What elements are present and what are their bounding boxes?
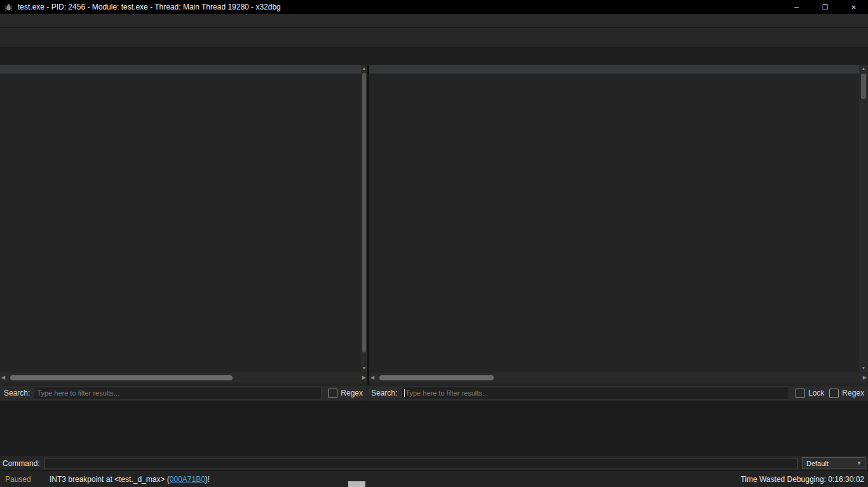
- profile-dropdown[interactable]: Default ▼: [802, 457, 865, 469]
- app-bug-icon: [4, 3, 13, 11]
- modules-vertical-scrollbar[interactable]: ▲ ▼: [361, 65, 367, 372]
- status-message-prefix: INT3 breakpoint at <test._d_max> (: [50, 475, 170, 484]
- symbols-search-section: Search: Type here to filter results... L…: [367, 385, 868, 401]
- symbols-vscroll-thumb[interactable]: [861, 74, 866, 99]
- symbols-lock-checkbox[interactable]: [796, 389, 805, 398]
- symbols-pane: ▲ ▼: [369, 65, 868, 372]
- window-title: test.exe - PID: 2456 - Module: test.exe …: [18, 3, 281, 11]
- status-grip: [348, 481, 365, 487]
- modules-pane: ▲ ▼: [0, 65, 367, 372]
- modules-search-label: Search:: [4, 389, 30, 397]
- search-row: Search: Type here to filter results... R…: [0, 385, 868, 401]
- symbols-search-label: Search:: [371, 389, 397, 397]
- scroll-right-icon[interactable]: ▶: [863, 373, 867, 382]
- command-label: Command:: [3, 459, 40, 468]
- symbols-table-body: [369, 74, 859, 372]
- window-controls: ─❐✕: [782, 0, 868, 14]
- modules-search-section: Search: Type here to filter results... R…: [0, 385, 367, 401]
- symbols-horizontal-scrollbar[interactable]: ◀ ▶: [369, 373, 868, 382]
- scroll-left-icon[interactable]: ◀: [370, 373, 374, 382]
- symbols-regex-label: Regex: [842, 389, 864, 397]
- maximize-button[interactable]: ❐: [811, 0, 839, 14]
- close-button[interactable]: ✕: [839, 0, 868, 14]
- modules-search-placeholder: Type here to filter results...: [37, 389, 119, 397]
- title-bar: test.exe - PID: 2456 - Module: test.exe …: [0, 0, 868, 14]
- modules-vscroll-thumb[interactable]: [362, 73, 366, 352]
- command-row: Command: Default ▼: [0, 456, 868, 470]
- scroll-down-icon[interactable]: ▼: [862, 364, 866, 372]
- menu-bar: [0, 14, 868, 28]
- x32dbg-window: test.exe - PID: 2456 - Module: test.exe …: [0, 0, 868, 487]
- main-area: ▲ ▼ ▲ ▼ ◀ ▶ ◀ ▶: [0, 65, 868, 385]
- status-message: INT3 breakpoint at <test._d_max> (000A71…: [50, 475, 210, 484]
- modules-hscroll-thumb[interactable]: [10, 375, 233, 380]
- modules-horizontal-scrollbar[interactable]: ◀ ▶: [0, 373, 367, 382]
- tab-bar: [0, 47, 868, 65]
- scroll-down-icon[interactable]: ▼: [362, 364, 367, 372]
- scroll-right-icon[interactable]: ▶: [362, 373, 366, 382]
- symbols-search-input[interactable]: Type here to filter results...: [401, 387, 789, 399]
- debug-state-badge: Paused: [5, 475, 41, 484]
- scroll-up-icon[interactable]: ▲: [862, 65, 866, 72]
- scroll-left-icon[interactable]: ◀: [1, 373, 5, 382]
- minimize-button[interactable]: ─: [782, 0, 811, 14]
- modules-regex-label: Regex: [341, 389, 363, 397]
- modules-regex-checkbox[interactable]: [328, 389, 337, 398]
- symbols-lock-label: Lock: [808, 389, 824, 397]
- symbols-table-header: [369, 65, 859, 74]
- chevron-down-icon: ▼: [857, 460, 865, 466]
- status-bar: Paused INT3 breakpoint at <test._d_max> …: [0, 470, 868, 487]
- time-wasted-counter: Time Wasted Debugging: 0:16:30:02: [740, 475, 864, 484]
- symbols-regex-checkbox[interactable]: [829, 389, 839, 398]
- scroll-up-icon[interactable]: ▲: [362, 65, 367, 72]
- symbols-hscroll-thumb[interactable]: [379, 375, 494, 380]
- log-output: [0, 401, 868, 456]
- modules-table-body: [0, 74, 361, 372]
- symbols-vertical-scrollbar[interactable]: ▲ ▼: [859, 65, 868, 372]
- profile-dropdown-value: Default: [803, 460, 857, 467]
- modules-table-header: [0, 65, 361, 74]
- toolbar: [0, 28, 868, 47]
- breakpoint-address-link[interactable]: 000A71B0: [170, 475, 205, 484]
- text-caret: [404, 389, 405, 397]
- modules-search-input[interactable]: Type here to filter results...: [34, 387, 322, 399]
- command-input[interactable]: [44, 458, 798, 469]
- symbols-search-placeholder: Type here to filter results...: [405, 389, 488, 397]
- status-message-suffix: )!: [205, 475, 210, 484]
